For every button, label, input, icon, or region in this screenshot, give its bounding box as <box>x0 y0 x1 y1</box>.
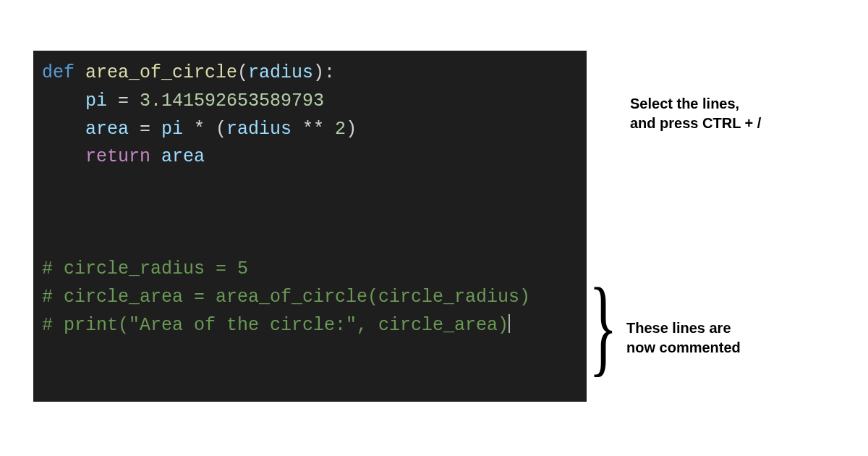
annotation-top-line2: and press CTRL + / <box>630 114 761 133</box>
blank-line-2 <box>42 200 587 228</box>
annotation-panel: Select the lines, and press CTRL + / } T… <box>587 51 861 402</box>
blank-line-3 <box>42 228 587 256</box>
annotation-top: Select the lines, and press CTRL + / <box>630 94 761 133</box>
code-line-3: area = pi * (radius ** 2) <box>42 116 587 144</box>
keyword-def: def <box>42 62 75 83</box>
annotation-bottom-line2: now commented <box>626 338 741 358</box>
annotation-top-line1: Select the lines, <box>630 94 761 114</box>
comment-line-3: # print("Area of the circle:", circle_ar… <box>42 312 587 340</box>
annotation-bottom-line1: These lines are <box>626 318 741 338</box>
text-cursor <box>509 314 510 333</box>
diagram-container: def area_of_circle(radius): pi = 3.14159… <box>33 51 861 402</box>
annotation-bottom: These lines are now commented <box>626 318 741 358</box>
comment-line-1: # circle_radius = 5 <box>42 256 587 284</box>
function-name: area_of_circle <box>85 62 237 83</box>
code-editor: def area_of_circle(radius): pi = 3.14159… <box>33 51 587 402</box>
blank-line-1 <box>42 172 587 200</box>
comment-line-2: # circle_area = area_of_circle(circle_ra… <box>42 284 587 312</box>
curly-brace-icon: } <box>589 271 618 380</box>
code-line-4: return area <box>42 143 587 172</box>
code-line-2: pi = 3.141592653589793 <box>42 88 587 116</box>
code-line-1: def area_of_circle(radius): <box>42 59 587 88</box>
param-radius: radius <box>248 62 313 83</box>
